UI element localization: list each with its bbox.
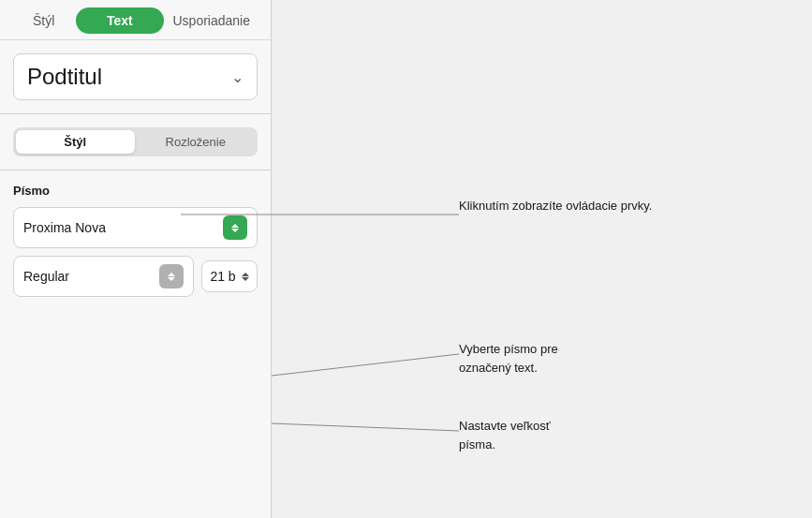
side-panel: Štýl Text Usporiadanie Podtitul ⌄ Štýl R… <box>0 0 272 518</box>
top-tabs: Štýl Text Usporiadanie <box>0 0 271 40</box>
font-section-label: Písmo <box>13 184 258 198</box>
font-style-text: Regular <box>23 269 69 284</box>
annotation-3-text: Nastavte veľkosťpísma. <box>459 417 551 453</box>
font-style-box[interactable]: Regular <box>13 256 194 297</box>
font-size-box[interactable]: 21 b <box>201 260 258 292</box>
font-style-row: Regular 21 b <box>13 256 258 297</box>
sub-tab-layout[interactable]: Rozloženie <box>137 130 256 154</box>
style-stepper-down-icon <box>168 277 175 281</box>
stepper-up-icon <box>231 224 239 228</box>
svg-line-2 <box>272 423 459 431</box>
style-stepper-up-icon <box>168 273 175 276</box>
font-size-value: 21 b <box>210 269 236 284</box>
annotation-3: Nastavte veľkosťpísma. <box>459 417 551 453</box>
sub-tabs: Štýl Rozloženie <box>13 127 258 156</box>
annotation-1-text: Kliknutím zobrazíte ovládacie prvky. <box>459 197 652 215</box>
sub-tab-style[interactable]: Štýl <box>16 130 135 154</box>
annotation-2: Vyberte písmo preoznačený text. <box>459 340 558 377</box>
annotation-1: Kliknutím zobrazíte ovládacie prvky. <box>459 197 652 215</box>
divider-1 <box>0 113 271 114</box>
tab-arrangement[interactable]: Usporiadanie <box>164 7 260 34</box>
font-name-text: Proxima Nova <box>23 220 106 235</box>
paragraph-style-label: Podtitul <box>27 64 102 90</box>
tab-text[interactable]: Text <box>76 7 163 34</box>
annotation-2-text: Vyberte písmo preoznačený text. <box>459 340 558 377</box>
font-style-stepper[interactable] <box>159 264 184 289</box>
size-stepper-down-icon <box>242 277 249 281</box>
chevron-down-icon: ⌄ <box>231 68 244 86</box>
font-size-stepper[interactable] <box>242 273 249 281</box>
tab-style[interactable]: Štýl <box>11 7 76 34</box>
font-name-row[interactable]: Proxima Nova <box>13 207 258 248</box>
paragraph-style-dropdown[interactable]: Podtitul ⌄ <box>13 53 258 100</box>
svg-line-1 <box>272 354 459 376</box>
size-stepper-up-icon <box>242 273 249 276</box>
divider-2 <box>0 170 271 170</box>
stepper-down-icon <box>231 229 239 232</box>
font-name-stepper[interactable] <box>223 215 247 240</box>
